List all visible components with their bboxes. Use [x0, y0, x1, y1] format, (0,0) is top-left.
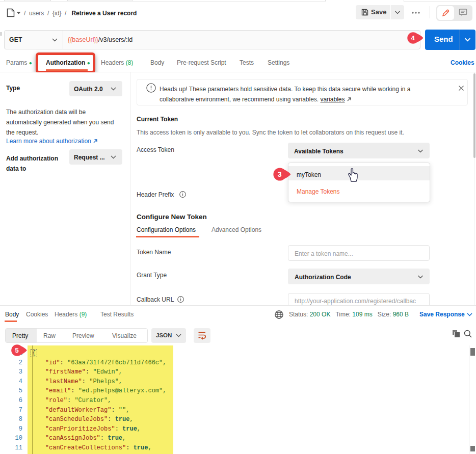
svg-text:4: 4 [411, 34, 415, 42]
svg-text:3: 3 [278, 170, 282, 178]
svg-text:5: 5 [15, 346, 19, 354]
